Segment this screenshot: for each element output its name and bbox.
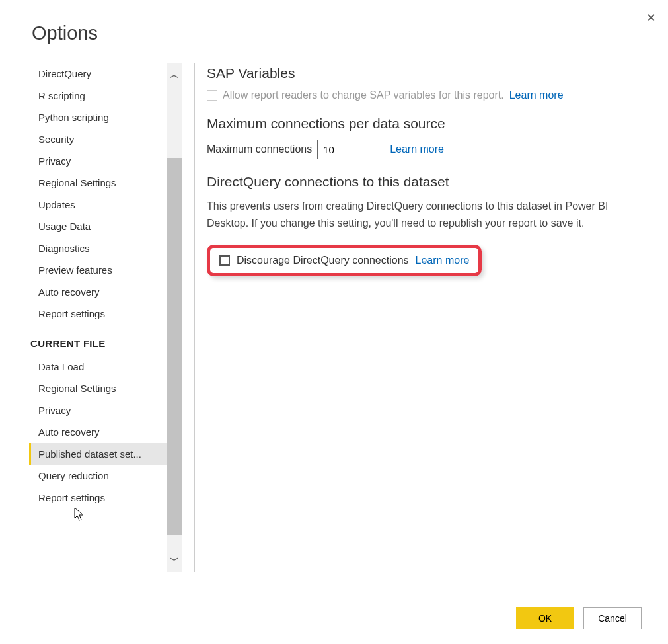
sidebar-item-file-0[interactable]: Data Load <box>29 356 167 378</box>
sidebar-section-current-file: CURRENT FILE <box>29 325 167 356</box>
sidebar-container: DirectQueryR scriptingPython scriptingSe… <box>29 63 182 572</box>
sidebar-item-global-7[interactable]: Usage Data <box>29 216 167 237</box>
sidebar-scrollbar[interactable]: ︿ ﹀ <box>167 63 182 572</box>
sidebar-item-file-2[interactable]: Privacy <box>29 399 167 421</box>
maxconn-input[interactable] <box>317 140 375 159</box>
dq-callout: Discourage DirectQuery connections Learn… <box>207 245 482 276</box>
sidebar-item-file-4[interactable]: Published dataset set... <box>29 443 167 465</box>
sidebar-item-global-3[interactable]: Security <box>29 128 167 150</box>
dq-checkbox-label: Discourage DirectQuery connections <box>237 255 409 266</box>
sidebar-item-global-4[interactable]: Privacy <box>29 150 167 172</box>
dq-heading: DirectQuery connections to this dataset <box>207 174 642 190</box>
close-icon[interactable]: ✕ <box>646 11 656 25</box>
cancel-button[interactable]: Cancel <box>583 607 642 629</box>
vertical-divider <box>194 63 195 572</box>
sidebar-item-global-10[interactable]: Auto recovery <box>29 281 167 303</box>
ok-button[interactable]: OK <box>516 607 574 629</box>
sidebar-item-file-3[interactable]: Auto recovery <box>29 421 167 443</box>
sidebar-item-file-6[interactable]: Report settings <box>29 487 167 508</box>
sap-allow-checkbox <box>207 90 217 101</box>
sidebar-item-global-9[interactable]: Preview features <box>29 259 167 281</box>
sidebar-item-global-2[interactable]: Python scripting <box>29 106 167 128</box>
sidebar-item-file-5[interactable]: Query reduction <box>29 465 167 487</box>
scrollbar-thumb[interactable] <box>167 158 182 535</box>
maxconn-heading: Maximum connections per data source <box>207 116 642 132</box>
sidebar-item-global-1[interactable]: R scripting <box>29 85 167 106</box>
options-sidebar: DirectQueryR scriptingPython scriptingSe… <box>29 63 167 572</box>
chevron-up-icon[interactable]: ︿ <box>167 65 182 84</box>
sidebar-item-global-8[interactable]: Diagnostics <box>29 237 167 259</box>
sidebar-item-global-6[interactable]: Updates <box>29 194 167 216</box>
chevron-down-icon[interactable]: ﹀ <box>167 551 182 569</box>
maxconn-learn-more-link[interactable]: Learn more <box>390 143 444 155</box>
dialog-footer: OK Cancel <box>516 607 642 629</box>
sidebar-item-global-0[interactable]: DirectQuery <box>29 63 167 85</box>
sap-heading: SAP Variables <box>207 65 642 81</box>
dq-learn-more-link[interactable]: Learn more <box>416 255 470 266</box>
dq-description: This prevents users from creating Direct… <box>207 198 642 233</box>
dialog-title: Options <box>32 22 668 44</box>
sidebar-item-global-5[interactable]: Regional Settings <box>29 172 167 194</box>
options-content: SAP Variables Allow report readers to ch… <box>207 63 668 572</box>
sap-checkbox-label: Allow report readers to change SAP varia… <box>223 89 504 101</box>
sidebar-item-global-11[interactable]: Report settings <box>29 303 167 325</box>
sap-learn-more-link[interactable]: Learn more <box>509 89 564 101</box>
sidebar-item-file-1[interactable]: Regional Settings <box>29 378 167 399</box>
maxconn-field-label: Maximum connections <box>207 143 312 155</box>
dq-discourage-checkbox[interactable] <box>219 255 230 266</box>
options-body: DirectQueryR scriptingPython scriptingSe… <box>29 63 668 572</box>
